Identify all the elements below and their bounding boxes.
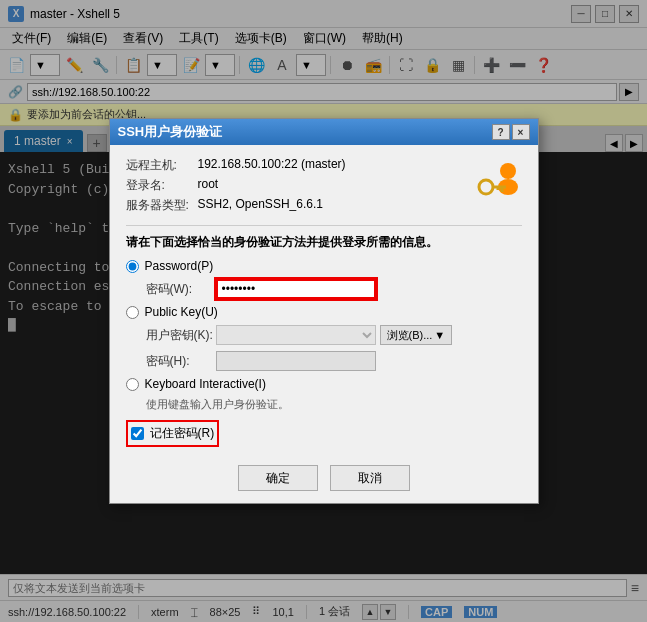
login-value: root — [198, 177, 219, 194]
auth-radio-group: Password(P) 密码(W): Public Key(U) 用户密钥(K)… — [126, 259, 522, 412]
password-input[interactable] — [216, 279, 376, 299]
remember-checkbox[interactable] — [131, 427, 144, 440]
password-form-row: 密码(W): — [126, 279, 522, 299]
dialog-buttons: 确定 取消 — [126, 457, 522, 491]
remote-value: 192.168.50.100:22 (master) — [198, 157, 346, 174]
keyboard-radio-label[interactable]: Keyboard Interactive(I) — [126, 377, 522, 391]
svg-point-0 — [500, 163, 516, 179]
dialog-close-btn[interactable]: × — [512, 124, 530, 140]
password-radio[interactable] — [126, 260, 139, 273]
auth-dialog: SSH用户身份验证 ? × 远程主机: 192.168.50.100:22 (m… — [109, 118, 539, 504]
keyboard-radio[interactable] — [126, 378, 139, 391]
dialog-info-row: 远程主机: 192.168.50.100:22 (master) 登录名: ro… — [126, 157, 522, 217]
pubkey-password-label: 密码(H): — [146, 353, 216, 370]
server-value: SSH2, OpenSSH_6.6.1 — [198, 197, 323, 214]
userkey-form-row: 用户密钥(K): 浏览(B)... ▼ — [126, 325, 522, 345]
cancel-btn[interactable]: 取消 — [330, 465, 410, 491]
info-remote: 远程主机: 192.168.50.100:22 (master) — [126, 157, 466, 174]
key-person-svg — [474, 157, 522, 205]
confirm-btn[interactable]: 确定 — [238, 465, 318, 491]
password-radio-text: Password(P) — [145, 259, 214, 273]
password-field-label: 密码(W): — [146, 281, 216, 298]
password-radio-label[interactable]: Password(P) — [126, 259, 522, 273]
pubkey-radio-label[interactable]: Public Key(U) — [126, 305, 522, 319]
pubkey-radio-text: Public Key(U) — [145, 305, 218, 319]
keyboard-radio-text: Keyboard Interactive(I) — [145, 377, 266, 391]
dialog-help-btn[interactable]: ? — [492, 124, 510, 140]
browse-label: 浏览(B)... — [387, 328, 433, 343]
info-server: 服务器类型: SSH2, OpenSSH_6.6.1 — [126, 197, 466, 214]
pubkey-password-row: 密码(H): — [126, 351, 522, 371]
dialog-title-buttons: ? × — [492, 124, 530, 140]
pubkey-radio[interactable] — [126, 306, 139, 319]
remote-label: 远程主机: — [126, 157, 198, 174]
pubkey-password-input[interactable] — [216, 351, 376, 371]
dialog-divider — [126, 225, 522, 226]
dialog-body: 远程主机: 192.168.50.100:22 (master) 登录名: ro… — [110, 145, 538, 503]
login-label: 登录名: — [126, 177, 198, 194]
dialog-info-section: 远程主机: 192.168.50.100:22 (master) 登录名: ro… — [126, 157, 466, 217]
dialog-title: SSH用户身份验证 — [118, 123, 492, 141]
dialog-desc: 请在下面选择恰当的身份验证方法并提供登录所需的信息。 — [126, 234, 522, 251]
svg-point-2 — [479, 180, 493, 194]
info-login: 登录名: root — [126, 177, 466, 194]
dialog-title-bar: SSH用户身份验证 ? × — [110, 119, 538, 145]
remember-label[interactable]: 记住密码(R) — [150, 425, 215, 442]
browse-btn[interactable]: 浏览(B)... ▼ — [380, 325, 453, 345]
userkey-select[interactable] — [216, 325, 376, 345]
userkey-label: 用户密钥(K): — [146, 327, 216, 344]
keyboard-desc: 使用键盘输入用户身份验证。 — [146, 397, 522, 412]
server-label: 服务器类型: — [126, 197, 198, 214]
modal-overlay: SSH用户身份验证 ? × 远程主机: 192.168.50.100:22 (m… — [0, 0, 647, 622]
remember-checkbox-row: 记住密码(R) — [126, 420, 220, 447]
browse-arrow-icon: ▼ — [434, 329, 445, 341]
keyboard-desc-text: 使用键盘输入用户身份验证。 — [146, 398, 289, 410]
key-icon — [474, 157, 522, 205]
